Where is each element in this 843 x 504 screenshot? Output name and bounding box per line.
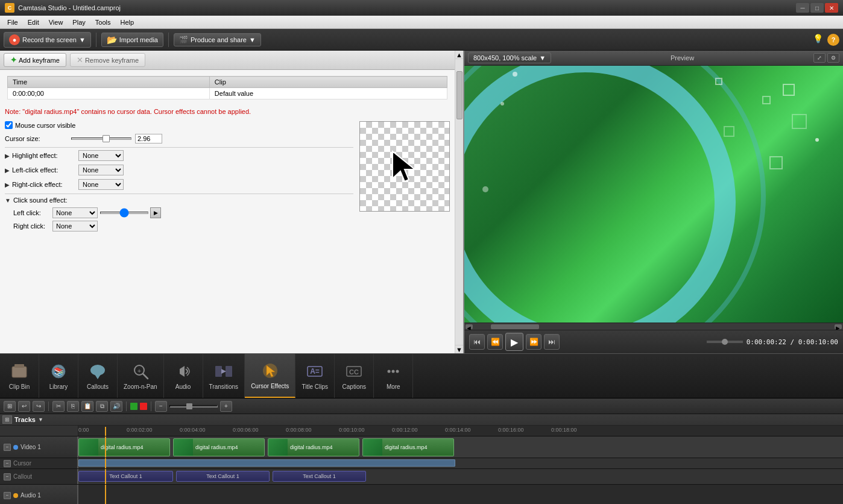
- marker-red[interactable]: [140, 403, 147, 410]
- preview-image: [464, 66, 843, 323]
- h-scroll-right[interactable]: ►: [835, 324, 842, 329]
- timeline-undo-btn[interactable]: ↩: [18, 401, 30, 412]
- left-click-volume[interactable]: [100, 212, 148, 214]
- rewind-btn[interactable]: ⏪: [487, 334, 503, 350]
- h-scroll-thumb[interactable]: [491, 324, 539, 329]
- right-click-select[interactable]: None Yellow Ring: [78, 179, 124, 190]
- preview-h-scrollbar[interactable]: ◄ ►: [464, 323, 843, 330]
- tab-zoom-pan[interactable]: + Zoom-n-Pan: [118, 354, 164, 398]
- tab-transitions[interactable]: Transitions: [203, 354, 245, 398]
- timeline-redo-btn[interactable]: ↪: [33, 401, 45, 412]
- tab-captions[interactable]: CC Captions: [335, 354, 374, 398]
- h-scroll-left[interactable]: ◄: [466, 324, 473, 329]
- scrollbar-thumb[interactable]: [456, 71, 463, 119]
- forward-btn[interactable]: ⏩: [526, 334, 541, 350]
- remove-keyframe-button[interactable]: ✕ Remove keyframe: [70, 53, 145, 67]
- video-clip-2[interactable]: digital radius.mp4: [173, 438, 265, 456]
- tl-sep-2: [126, 402, 127, 411]
- tab-cursor-effects[interactable]: Cursor Effects: [245, 354, 295, 398]
- callout-clip-2[interactable]: Text Callout 1: [176, 471, 270, 482]
- prev-frame-btn[interactable]: ⏮: [469, 334, 485, 350]
- svg-rect-2: [14, 364, 24, 368]
- mouse-visible-checkbox[interactable]: [5, 121, 13, 129]
- preview-settings-btn[interactable]: ⚙: [827, 53, 839, 63]
- menu-tools[interactable]: Tools: [90, 17, 116, 27]
- highlight-expand-icon[interactable]: ▶: [5, 153, 10, 159]
- menu-file[interactable]: File: [2, 17, 23, 27]
- tab-more[interactable]: More: [374, 354, 413, 398]
- cursor-bar[interactable]: [78, 459, 455, 467]
- tracks-dropdown-icon[interactable]: ▼: [38, 417, 43, 423]
- right-click-sound-select[interactable]: None Click1: [52, 221, 98, 232]
- audio1-minus-btn[interactable]: −: [4, 492, 11, 499]
- preview-popout-btn[interactable]: ⤢: [813, 53, 826, 63]
- tab-library[interactable]: 📚 Library: [39, 354, 78, 398]
- timeline-audio-btn[interactable]: 🔊: [110, 401, 122, 412]
- preview-scale-label: 800x450, 100% scale: [473, 54, 537, 61]
- library-icon: 📚: [49, 362, 68, 381]
- callout-track-name: Callout: [13, 473, 32, 480]
- tab-title-clips[interactable]: A= Title Clips: [295, 354, 335, 398]
- preview-scale-arrow: ▼: [539, 54, 546, 61]
- timeline-cut-btn[interactable]: ✂: [52, 401, 65, 412]
- video-clip-1[interactable]: digital radius.mp4: [78, 438, 170, 456]
- tab-clip-bin[interactable]: Clip Bin: [0, 354, 39, 398]
- timeline-paste-btn[interactable]: 📋: [81, 401, 93, 412]
- menu-view[interactable]: View: [44, 17, 68, 27]
- left-click-sound-select[interactable]: None Click1: [52, 207, 98, 218]
- zoom-in-btn[interactable]: +: [220, 401, 232, 412]
- tab-audio[interactable]: Audio: [164, 354, 203, 398]
- scrollbar-down-btn[interactable]: ▼: [455, 345, 463, 353]
- left-panel-scrollbar[interactable]: ▲ ▼: [455, 51, 463, 353]
- minimize-button[interactable]: ─: [796, 3, 809, 13]
- callout-clip-1[interactable]: Text Callout 1: [78, 471, 173, 482]
- menu-edit[interactable]: Edit: [23, 17, 44, 27]
- tracks-settings-btn[interactable]: ⊞: [2, 415, 12, 424]
- zoom-out-btn[interactable]: −: [155, 401, 167, 412]
- timeline-copy-btn[interactable]: ⎘: [67, 401, 79, 412]
- callout-clip-3[interactable]: Text Callout 1: [273, 471, 366, 482]
- video-clip-4[interactable]: digital radius.mp4: [362, 438, 454, 456]
- import-button[interactable]: 📂 Import media: [101, 33, 163, 47]
- tab-callouts[interactable]: Callouts: [78, 354, 118, 398]
- next-frame-btn[interactable]: ⏭: [544, 334, 560, 350]
- scrollbar-up-btn[interactable]: ▲: [455, 51, 463, 59]
- menu-play[interactable]: Play: [68, 17, 90, 27]
- marker-green[interactable]: [130, 403, 137, 410]
- play-btn[interactable]: ▶: [505, 333, 523, 351]
- left-click-expand-icon[interactable]: ▶: [5, 167, 10, 174]
- timeline-grid-btn[interactable]: ⊞: [4, 401, 16, 412]
- highlight-select[interactable]: None Yellow Ring: [78, 150, 124, 161]
- kf-row[interactable]: 0:00:00;00 Default value: [8, 88, 447, 99]
- toolbar: ● Record the screen ▼ 📂 Import media 🎬 P…: [0, 29, 843, 51]
- right-click-expand-icon[interactable]: ▶: [5, 181, 10, 188]
- callout-minus-btn[interactable]: −: [4, 473, 11, 480]
- video1-minus-btn[interactable]: −: [4, 444, 11, 451]
- cursor-size-label: Cursor size:: [5, 135, 71, 142]
- timeline-split-btn[interactable]: ⧉: [96, 401, 108, 412]
- video-clip-3[interactable]: digital radius.mp4: [268, 438, 359, 456]
- cursor-playhead: [105, 458, 106, 468]
- video-playhead: [105, 436, 106, 458]
- cursor-minus-btn[interactable]: −: [4, 460, 11, 467]
- help-button[interactable]: ?: [827, 34, 839, 46]
- left-click-select[interactable]: None Yellow Ring: [78, 165, 124, 175]
- maximize-button[interactable]: □: [810, 3, 824, 13]
- add-keyframe-button[interactable]: ✦ Add keyframe: [4, 53, 66, 67]
- captions-label: Captions: [343, 383, 366, 390]
- record-button[interactable]: ● Record the screen ▼: [4, 32, 91, 48]
- toolbar-sep-2: [168, 33, 169, 47]
- zoom-slider[interactable]: [169, 405, 218, 408]
- preview-scale-selector[interactable]: 800x450, 100% scale ▼: [468, 52, 551, 63]
- produce-button[interactable]: 🎬 Produce and share ▼: [174, 33, 261, 46]
- menu-help[interactable]: Help: [115, 17, 139, 27]
- volume-slider[interactable]: [707, 341, 743, 343]
- click-sound-expand-icon[interactable]: ▼: [5, 197, 11, 204]
- cursor-size-value[interactable]: 2.96: [135, 134, 162, 143]
- right-click-sound-row: Right click: None Click1: [13, 221, 353, 232]
- clip-thumb-4: [363, 439, 382, 456]
- left-click-play-btn[interactable]: ▶: [150, 207, 161, 218]
- close-button[interactable]: ✕: [825, 3, 838, 13]
- ruler-tick-6: 0:00:12:00: [392, 427, 418, 433]
- cursor-size-slider[interactable]: [71, 137, 131, 140]
